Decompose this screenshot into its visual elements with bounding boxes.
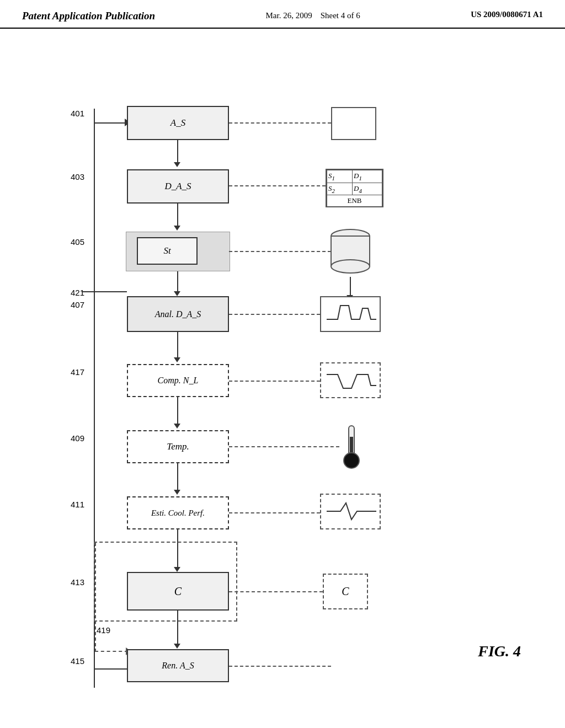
right-symbol-wave-up	[320, 296, 381, 332]
fig-label: FIG. 4	[478, 643, 521, 660]
diagram-area: A_S 401 D_A_S 403 St 405 421 Anal. D_A_S…	[0, 29, 565, 713]
right-symbol-wave-down	[320, 362, 381, 398]
label-417: 417	[71, 367, 84, 377]
block-415: Ren. A_S	[127, 649, 229, 682]
right-symbol-wave-check	[320, 494, 381, 529]
block-417: Comp. N_L	[127, 364, 229, 397]
label-407: 407	[71, 300, 84, 309]
h-dashed-405	[229, 251, 331, 252]
h-dashed-401	[229, 122, 331, 124]
label-401: 401	[71, 109, 84, 118]
block-401: A_S	[127, 106, 229, 140]
label-403: 403	[71, 172, 84, 181]
label-405: 405	[71, 237, 84, 247]
block-407: Anal. D_A_S	[127, 296, 229, 332]
label-415: 415	[71, 656, 84, 666]
block-411: Esti. Cool. Perf.	[127, 496, 229, 529]
block-405: St	[137, 237, 198, 265]
label-421: 421	[71, 288, 84, 297]
right-symbol-cylinder	[326, 226, 375, 276]
h-dashed-411	[229, 512, 320, 513]
label-409: 409	[71, 433, 84, 443]
block-409: Temp.	[127, 430, 229, 463]
right-symbol-403: S1 D1 S2 D4 ENB	[326, 169, 383, 207]
label-411: 411	[71, 500, 84, 509]
h-dashed-403	[229, 185, 326, 186]
right-symbol-thermometer	[338, 423, 365, 475]
h-dashed-407	[229, 314, 320, 315]
block-403: D_A_S	[127, 169, 229, 204]
h-dashed-417	[229, 381, 320, 382]
label-419: 419	[97, 625, 110, 635]
svg-point-2	[331, 260, 370, 273]
svg-point-5	[344, 453, 359, 468]
right-symbol-c-box: C	[323, 574, 368, 609]
h-dashed-415	[229, 666, 331, 667]
h-dashed-409	[229, 446, 339, 447]
label-413: 413	[71, 577, 84, 587]
block-413: C	[127, 572, 229, 611]
right-symbol-401	[331, 107, 376, 140]
header-date-sheet: Mar. 26, 2009 Sheet 4 of 6	[265, 10, 360, 22]
publication-title: Patent Application Publication	[22, 10, 155, 22]
page-header: Patent Application Publication Mar. 26, …	[0, 0, 565, 29]
patent-number: US 2009/0080671 A1	[471, 10, 543, 19]
h-dashed-413	[229, 591, 323, 592]
